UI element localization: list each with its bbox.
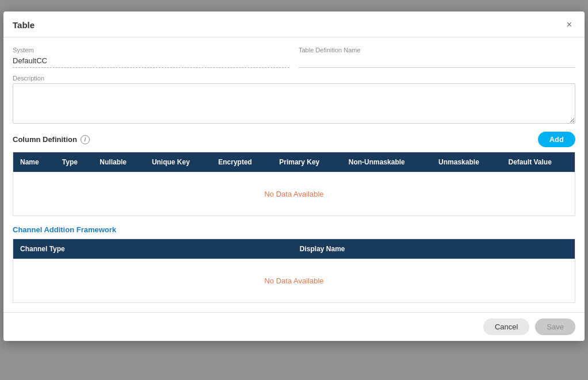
modal-dialog: Table × System DefaultCC Table Definitio… [3,11,585,341]
system-value: DefaultCC [13,55,289,68]
col-header-default-value: Default Value [501,152,575,172]
modal-body: System DefaultCC Table Definition Name D… [3,37,585,312]
col-header-encrypted: Encrypted [211,152,272,172]
channel-table-head: Channel Type Display Name [13,239,575,259]
modal-header: Table × [3,11,585,37]
table-definition-name-field: Table Definition Name [299,47,575,68]
channel-col-header-type: Channel Type [13,239,293,259]
description-textarea[interactable] [13,83,575,124]
system-label: System [13,47,289,53]
modal-footer: Cancel Save [3,312,585,341]
modal-title: Table [13,20,35,30]
table-definition-name-input[interactable] [299,55,575,68]
save-button[interactable]: Save [535,318,575,335]
column-header-row: Name Type Nullable Unique Key Encrypted … [13,152,575,172]
column-definition-title: Column Definition i [13,135,90,144]
info-icon: i [81,135,90,144]
channel-header-row: Channel Type Display Name [13,239,575,259]
close-button[interactable]: × [563,18,575,31]
description-label: Description [13,75,575,82]
column-no-data-row: No Data Available [13,172,575,216]
column-definition-table-body: No Data Available [13,172,575,216]
table-definition-name-label: Table Definition Name [299,47,575,53]
col-header-nullable: Nullable [93,152,145,172]
col-header-unique-key: Unique Key [145,152,211,172]
col-header-type: Type [55,152,93,172]
channel-col-header-display-name: Display Name [293,239,575,259]
system-row: System DefaultCC Table Definition Name [13,47,575,68]
col-header-name: Name [13,152,55,172]
modal-overlay: Table × System DefaultCC Table Definitio… [0,0,588,380]
channel-table-body: No Data Available [13,259,575,303]
channel-addition-section: Channel Addition Framework Channel Type … [13,225,575,303]
col-header-unmaskable: Unmaskable [432,152,501,172]
channel-no-data-cell: No Data Available [13,259,575,303]
column-definition-table: Name Type Nullable Unique Key Encrypted … [13,152,575,216]
channel-no-data-row: No Data Available [13,259,575,303]
column-definition-section-header: Column Definition i Add [13,132,575,147]
channel-addition-title: Channel Addition Framework [13,225,575,234]
description-field: Description [13,75,575,124]
column-definition-table-head: Name Type Nullable Unique Key Encrypted … [13,152,575,172]
column-no-data-cell: No Data Available [13,172,575,216]
col-header-primary-key: Primary Key [272,152,342,172]
system-field: System DefaultCC [13,47,289,68]
col-header-non-unmaskable: Non-Unmaskable [342,152,432,172]
cancel-button[interactable]: Cancel [483,318,529,335]
add-column-button[interactable]: Add [538,132,575,147]
channel-addition-table: Channel Type Display Name No Data Availa… [13,239,575,303]
